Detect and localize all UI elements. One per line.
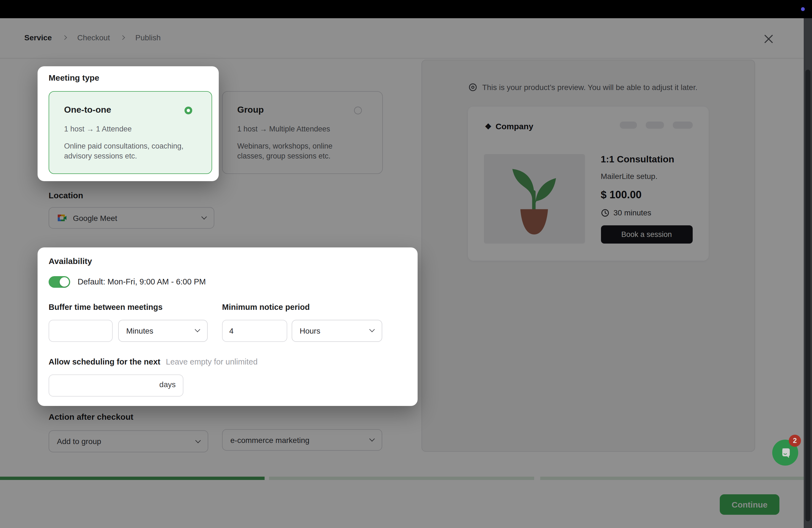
notice-field[interactable] [222, 320, 287, 342]
notice-unit-select[interactable]: Hours [291, 320, 382, 342]
scheduling-days-field[interactable]: days [48, 374, 184, 396]
scheduling-hint: Leave empty for unlimited [166, 357, 258, 366]
notice-input[interactable] [222, 320, 287, 342]
chevron-down-icon [369, 327, 375, 333]
scrollbar-track[interactable] [804, 18, 812, 528]
minimum-notice-label: Minimum notice period [222, 303, 309, 311]
availability-toggle[interactable] [48, 276, 70, 288]
buffer-time-label: Buffer time between meetings [48, 303, 163, 311]
buffer-unit-select[interactable]: Minutes [118, 320, 207, 342]
one-to-one-title: One-to-one [64, 105, 111, 115]
screen: Service Checkout Publish Group 1 host → … [0, 0, 812, 528]
chevron-down-icon [194, 327, 200, 333]
chat-unread-badge: 2 [789, 435, 801, 447]
notice-unit-value: Hours [300, 326, 320, 335]
chat-launcher[interactable]: 2 [772, 440, 798, 466]
buffer-time-field[interactable] [48, 320, 113, 342]
meeting-type-spotlight: Meeting type One-to-one 1 host → 1 Atten… [37, 66, 218, 181]
one-to-one-radio[interactable] [185, 107, 192, 114]
buffer-unit-value: Minutes [126, 326, 153, 335]
meeting-option-one-to-one[interactable]: One-to-one 1 host → 1 Attendee Online pa… [48, 91, 212, 174]
scrollbar-thumb[interactable] [806, 70, 810, 522]
system-top-bar [0, 0, 812, 18]
toggle-knob [59, 277, 69, 287]
scheduling-label: Allow scheduling for the next [48, 357, 160, 366]
availability-spotlight: Availability Default: Mon-Fri, 9:00 AM -… [37, 247, 417, 406]
availability-label: Availability [48, 256, 92, 266]
days-suffix: days [159, 380, 176, 388]
chat-bubble-icon [779, 446, 792, 459]
meeting-type-label: Meeting type [48, 73, 99, 82]
availability-default-label: Default: Mon-Fri, 9:00 AM - 6:00 PM [77, 277, 206, 286]
one-to-one-sub: 1 host → 1 Attendee [64, 125, 132, 133]
buffer-time-input[interactable] [48, 320, 113, 342]
one-to-one-desc: Online paid consultations, coaching, adv… [64, 142, 201, 161]
notification-dot [801, 7, 805, 11]
